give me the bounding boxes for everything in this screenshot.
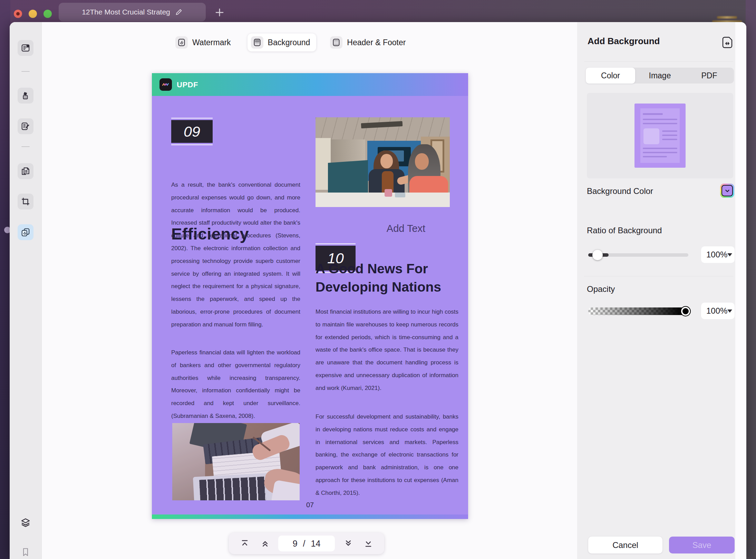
- background-toolbar: Watermark Background: [172, 32, 412, 52]
- dropdown-caret-icon: [727, 310, 732, 313]
- office-photo: [316, 117, 450, 207]
- zoom-window-button[interactable]: [43, 10, 52, 18]
- sidebar-item-organize-pages[interactable]: [18, 163, 33, 179]
- tab-color[interactable]: Color: [586, 68, 635, 84]
- page-header-gradient: UPDF: [152, 73, 468, 96]
- thumbnail-line: [662, 130, 677, 132]
- page-number-box[interactable]: 9 / 14: [278, 536, 335, 551]
- ratio-label: Ratio of Background: [587, 226, 662, 235]
- document-tab-title: 12The Most Crucial Strateg: [82, 8, 170, 16]
- traffic-lights: [14, 10, 52, 18]
- thumbnail-line: [643, 113, 663, 115]
- background-color-label: Background Color: [587, 186, 653, 196]
- panel-right-margin: [735, 22, 746, 559]
- background-preview-box: [587, 93, 733, 178]
- collapse-panel-button[interactable]: [721, 36, 734, 49]
- last-page-button[interactable]: [361, 537, 375, 550]
- header-footer-tab-button[interactable]: Header & Footer: [327, 33, 412, 51]
- panel-title: Add Background: [588, 36, 660, 47]
- opacity-value: 100%: [706, 306, 727, 316]
- watermark-icon: [175, 36, 188, 49]
- sidebar-item-edit[interactable]: [18, 118, 33, 134]
- edit-note-icon: [21, 121, 30, 131]
- thumbnail-line: [662, 135, 677, 136]
- rename-pencil-icon[interactable]: [175, 8, 183, 16]
- background-preview-thumbnail: [634, 104, 686, 168]
- thumbnail-line: [643, 152, 677, 153]
- opacity-value-dropdown[interactable]: 100%: [701, 303, 735, 319]
- photo-woman2-face: [415, 153, 429, 170]
- chapter-09-number: 09: [184, 123, 200, 140]
- photo-tint-overlay: [172, 423, 300, 500]
- sidebar-item-layers[interactable]: [18, 515, 33, 531]
- left-column-paragraph-2: Paperless financial data will lighten th…: [171, 346, 300, 424]
- dropdown-caret-icon: [727, 253, 732, 256]
- left-column-paragraph-1: As a result, the bank's conventional doc…: [171, 179, 300, 335]
- previous-page-button[interactable]: [258, 537, 272, 550]
- left-sidebar: [10, 22, 42, 559]
- sidebar-item-bookmark[interactable]: [18, 544, 33, 559]
- right-column-paragraph-2: For successful development and sustainab…: [316, 411, 458, 500]
- updf-logo-icon: [159, 78, 172, 91]
- ratio-slider-thumb[interactable]: [592, 250, 603, 260]
- thumbnail-image-placeholder: [643, 128, 659, 144]
- crop-icon: [21, 197, 30, 206]
- app-window: Watermark Background: [10, 22, 746, 559]
- previous-page-icon: [260, 539, 270, 548]
- current-page-number[interactable]: 9: [293, 539, 298, 549]
- chapter-09-number-box: 09: [171, 120, 213, 143]
- sidebar-item-crop[interactable]: [18, 194, 33, 209]
- background-tab-label: Background: [268, 38, 310, 47]
- panel-divider: [584, 276, 733, 276]
- sidebar-divider: [21, 71, 30, 72]
- opacity-slider[interactable]: [588, 307, 691, 315]
- updf-logo-text: UPDF: [177, 80, 198, 89]
- next-page-icon: [343, 539, 353, 548]
- minimize-window-button[interactable]: [29, 10, 37, 18]
- tab-image[interactable]: Image: [635, 68, 685, 84]
- background-tab-button[interactable]: Background: [248, 33, 317, 51]
- photo-desk: [316, 193, 450, 207]
- pages-copy-icon: [21, 166, 30, 176]
- first-page-icon: [240, 539, 250, 548]
- wallpaper-left-strip: [0, 0, 10, 559]
- header-footer-tab-label: Header & Footer: [347, 38, 406, 47]
- watermark-tab-label: Watermark: [192, 38, 231, 47]
- pdf-page[interactable]: UPDF 09 Efficiency As a result, the bank…: [152, 73, 468, 519]
- reader-book-icon: [21, 43, 30, 53]
- thumbnail-line: [643, 123, 677, 124]
- page-footer-gradient: [152, 514, 468, 519]
- panel-divider: [584, 61, 733, 62]
- new-tab-button[interactable]: [213, 6, 226, 19]
- sidebar-item-reader[interactable]: [18, 40, 33, 56]
- thumbnail-line: [643, 148, 677, 149]
- sidebar-item-comment[interactable]: [18, 88, 33, 104]
- background-color-picker-button[interactable]: [720, 184, 734, 198]
- ratio-slider[interactable]: [588, 253, 688, 257]
- color-swatch-chevron-icon: [725, 188, 730, 194]
- first-page-button[interactable]: [238, 537, 252, 550]
- close-window-button[interactable]: [14, 10, 22, 18]
- save-button[interactable]: Save: [669, 537, 735, 553]
- page-footer-number: 07: [152, 501, 468, 509]
- ratio-value-dropdown[interactable]: 100%: [701, 246, 735, 263]
- sidebar-divider: [21, 146, 30, 147]
- next-page-button[interactable]: [341, 537, 355, 550]
- total-pages: 14: [311, 539, 321, 549]
- chapter-10-title: A Good News For Developing Nations: [316, 259, 461, 296]
- cancel-button[interactable]: Cancel: [588, 537, 662, 553]
- sidebar-item-watermark-tools[interactable]: [18, 224, 33, 240]
- page-navigation-bar: 9 / 14: [229, 533, 384, 554]
- page-separator: /: [303, 539, 306, 549]
- tab-pdf[interactable]: PDF: [685, 68, 734, 84]
- thumbnail-line: [662, 139, 677, 140]
- opacity-slider-thumb[interactable]: [681, 307, 690, 316]
- watermark-tab-button[interactable]: Watermark: [172, 33, 237, 51]
- bookmark-icon: [21, 547, 30, 557]
- background-icon: [251, 36, 263, 49]
- watermark-pages-icon: [21, 227, 30, 237]
- header-footer-icon: [330, 36, 342, 49]
- document-tab[interactable]: 12The Most Crucial Strateg: [59, 3, 206, 21]
- add-text-annotation[interactable]: Add Text: [376, 223, 436, 234]
- right-column-paragraph-1: Most financial institutions are willing …: [316, 306, 458, 410]
